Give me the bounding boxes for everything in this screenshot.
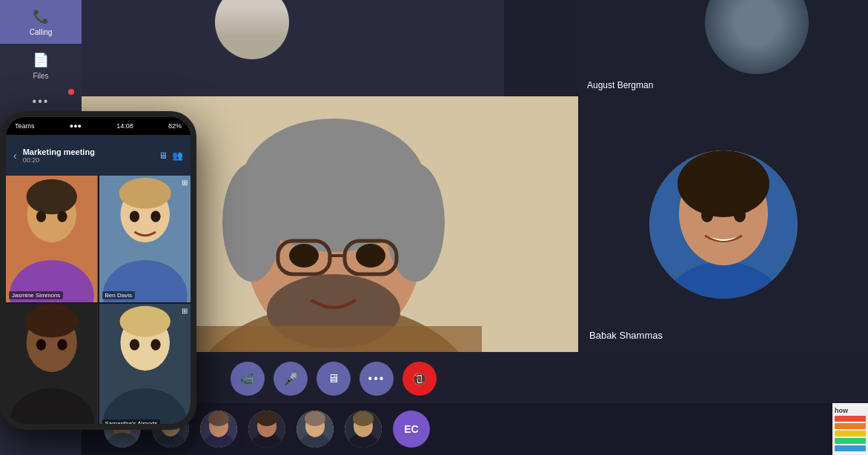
avatar-6-svg <box>345 411 382 448</box>
ben-share-icon: ⊞ <box>182 179 188 187</box>
notification-dot <box>68 89 74 95</box>
svg-point-66 <box>119 306 170 337</box>
phone-participant-samantha: Samantha's Airpods ⊞ <box>99 304 191 424</box>
sidebar-files-label: Files <box>33 72 48 80</box>
color-strip-1 <box>835 416 866 422</box>
babak-avatar-svg <box>649 150 798 299</box>
color-strip-3 <box>835 431 866 436</box>
mic-icon: 🎤 <box>283 372 298 386</box>
svg-point-5 <box>222 163 282 282</box>
phone-carrier: Teams <box>15 122 35 130</box>
phone-video-grid: Jasmine Simmons Ben Davis ⊞ <box>6 176 191 424</box>
color-strip-5 <box>835 445 866 451</box>
video-icon: 📹 <box>240 372 255 386</box>
color-strip-4 <box>835 438 866 444</box>
hangup-icon: 📵 <box>412 372 427 386</box>
phone-participant-ben: Ben Davis ⊞ <box>99 176 191 302</box>
jasmine-video <box>6 176 98 302</box>
microphone-button[interactable]: 🎤 <box>274 362 308 396</box>
sidebar-item-calling[interactable]: 📞 Calling <box>0 0 82 44</box>
august-name: August Bergman <box>587 80 653 90</box>
svg-point-40 <box>305 411 325 426</box>
phone-people-icon[interactable]: 👥 <box>172 150 183 161</box>
svg-point-56 <box>150 211 160 222</box>
avatar-4-svg <box>248 411 285 448</box>
avatar-3-svg <box>200 411 237 448</box>
phone-back-button[interactable]: ‹ <box>13 150 17 162</box>
svg-point-49 <box>36 211 46 222</box>
samantha-name: Samantha's Airpods <box>102 419 161 424</box>
more-dots-icon: ••• <box>33 95 50 108</box>
ec-avatar[interactable]: EC <box>393 411 430 448</box>
august-avatar <box>705 0 809 74</box>
svg-point-50 <box>57 211 67 222</box>
svg-point-54 <box>119 178 170 209</box>
samantha-video <box>99 304 191 424</box>
phone-signal: ●●● <box>70 122 82 130</box>
phone-meeting-info: Marketing meeting 00:20 <box>23 147 153 164</box>
svg-point-44 <box>353 411 374 426</box>
svg-point-11 <box>356 244 385 268</box>
ben-name: Ben Davis <box>102 291 135 299</box>
ben-video <box>99 176 191 302</box>
hangup-button[interactable]: 📵 <box>402 362 437 396</box>
august-bergman-tile: August Bergman <box>578 0 868 96</box>
svg-point-48 <box>27 179 77 215</box>
color-strip-2 <box>835 423 866 429</box>
jasmine-name: Jasmine Simmons <box>9 291 63 299</box>
phone-meeting-title: Marketing meeting <box>23 147 153 156</box>
svg-point-67 <box>129 339 139 351</box>
dark-participant-video <box>6 304 98 424</box>
participant-avatar-3[interactable] <box>200 411 237 448</box>
svg-point-55 <box>129 211 139 222</box>
svg-point-68 <box>150 339 160 351</box>
share-screen-button[interactable]: 🖥 <box>317 362 351 396</box>
mj-price-avatar <box>215 0 289 59</box>
ec-initials: EC <box>404 423 418 435</box>
share-icon: 🖥 <box>328 372 339 385</box>
phone-status-bar: Teams ●●● 14:08 82% <box>6 117 191 135</box>
svg-point-36 <box>256 411 277 426</box>
participant-avatar-4[interactable] <box>248 411 285 448</box>
more-icon: ••• <box>368 372 385 385</box>
phone-header: ‹ Marketing meeting 00:20 🖥 👥 <box>6 135 191 176</box>
phone-screen: Teams ●●● 14:08 82% ‹ Marketing meeting … <box>6 117 191 424</box>
participant-avatar-6[interactable] <box>345 411 382 448</box>
svg-point-32 <box>208 411 229 426</box>
svg-point-18 <box>677 150 769 217</box>
svg-point-60 <box>25 304 79 338</box>
phone-battery: 82% <box>168 122 182 130</box>
files-icon: 📄 <box>32 51 50 69</box>
chat-snippet: how <box>832 403 868 455</box>
phone-camera-icon[interactable]: 🖥 <box>159 150 168 161</box>
chat-snippet-text: how <box>835 407 866 414</box>
video-toggle-button[interactable]: 📹 <box>231 362 265 396</box>
sidebar-calling-label: Calling <box>30 28 53 36</box>
svg-point-10 <box>289 244 319 268</box>
svg-point-19 <box>701 209 713 222</box>
svg-point-62 <box>57 339 67 351</box>
mobile-phone: Teams ●●● 14:08 82% ‹ Marketing meeting … <box>0 111 196 430</box>
svg-rect-14 <box>185 326 482 352</box>
samantha-share-icon: ⊞ <box>182 307 188 315</box>
phone-participant-dark <box>6 304 98 424</box>
phone-time: 14:08 <box>116 122 133 130</box>
bottom-participants-row: EC how <box>82 403 868 455</box>
avatar-5-svg <box>296 411 334 448</box>
calling-icon: 📞 <box>32 7 50 25</box>
babak-section: Babak Shammas <box>578 96 868 352</box>
sidebar-item-files[interactable]: 📄 Files <box>0 44 82 87</box>
participant-avatar-5[interactable] <box>296 411 334 448</box>
babak-name: Babak Shammas <box>589 330 663 341</box>
phone-participant-jasmine: Jasmine Simmons <box>6 176 98 302</box>
phone-meeting-duration: 00:20 <box>23 156 153 164</box>
babak-photo <box>649 150 798 299</box>
svg-point-20 <box>734 209 746 222</box>
svg-point-61 <box>36 339 46 351</box>
phone-meeting-icons: 🖥 👥 <box>159 150 183 161</box>
more-options-button[interactable]: ••• <box>360 362 394 396</box>
